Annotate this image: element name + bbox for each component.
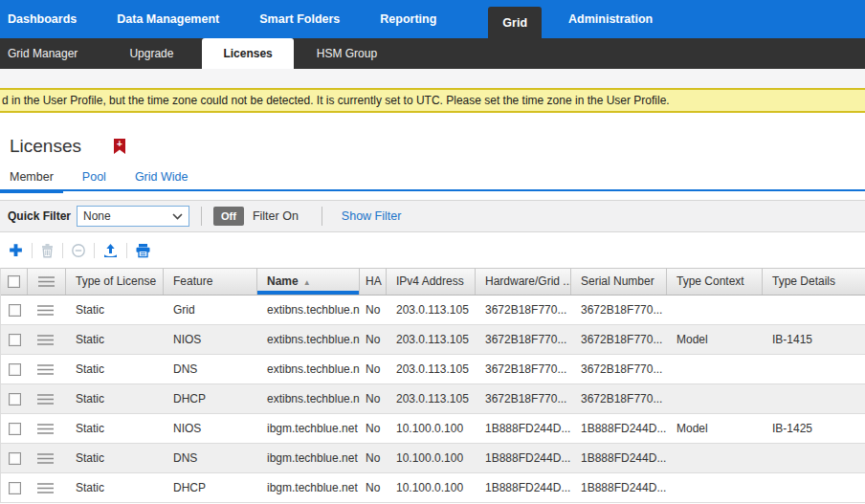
subnav-grid-manager[interactable]: Grid Manager — [0, 38, 91, 69]
cell-ipv4: 203.0.113.105 — [387, 355, 476, 383]
table-row[interactable]: Static DNS ibgm.techblue.net No 10.100.0… — [1, 444, 865, 473]
row-menu-icon[interactable] — [36, 452, 55, 465]
table-row[interactable]: Static NIOS extibns.techblue.net No 203.… — [1, 325, 865, 355]
cell-name: extibns.techblue.net — [257, 384, 360, 413]
disable-icon[interactable] — [71, 243, 86, 258]
row-checkbox[interactable] — [9, 452, 21, 465]
divider — [201, 207, 202, 226]
row-menu-icon[interactable] — [36, 363, 55, 376]
row-checkbox[interactable] — [9, 334, 21, 346]
row-checkbox-cell — [1, 473, 28, 502]
show-filter-link[interactable]: Show Filter — [342, 209, 402, 223]
divider — [126, 243, 127, 258]
table-row[interactable]: Static Grid extibns.techblue.net No 203.… — [1, 296, 865, 325]
cell-name: extibns.techblue.net — [257, 296, 360, 324]
cell-hardware: 3672B18F770... — [476, 355, 571, 383]
cell-serial: 1B888FD244D... — [571, 444, 667, 472]
row-checkbox[interactable] — [9, 363, 21, 376]
row-menu-cell — [28, 384, 66, 413]
nav-grid[interactable]: Grid — [488, 7, 542, 38]
filter-on-label: Filter On — [253, 209, 299, 223]
col-name[interactable]: Name▲ — [257, 269, 360, 295]
row-menu-cell — [28, 414, 66, 443]
col-ha[interactable]: HA — [360, 269, 387, 295]
nav-administration[interactable]: Administration — [555, 0, 666, 38]
cell-feature: Grid — [164, 296, 257, 324]
cell-type-context — [667, 444, 763, 472]
cell-type-context: Model — [667, 325, 763, 354]
row-menu-icon[interactable] — [36, 482, 55, 494]
row-menu-cell — [28, 325, 66, 354]
menu-icon — [37, 275, 55, 288]
col-ipv4-address[interactable]: IPv4 Address — [387, 269, 476, 295]
table-row[interactable]: Static DNS extibns.techblue.net No 203.0… — [1, 355, 865, 384]
sort-asc-icon: ▲ — [303, 278, 311, 287]
cell-ha: No — [360, 414, 387, 443]
row-menu-icon[interactable] — [36, 393, 55, 405]
nav-reporting[interactable]: Reporting — [366, 0, 450, 38]
cell-type-context — [667, 473, 763, 502]
export-icon[interactable] — [102, 243, 119, 258]
cell-type: Static — [66, 384, 164, 413]
select-all-checkbox[interactable] — [8, 275, 20, 288]
subnav-licenses[interactable]: Licenses — [202, 38, 293, 69]
col-feature[interactable]: Feature — [164, 269, 257, 295]
filter-toggle-button[interactable]: Off — [213, 207, 244, 226]
table-toolbar — [0, 232, 865, 268]
cell-ha: No — [360, 296, 387, 324]
col-type-of-license[interactable]: Type of License — [66, 269, 164, 295]
primary-nav: Dashboards Data Management Smart Folders… — [0, 0, 865, 38]
cell-type: Static — [66, 296, 164, 324]
cell-type-context — [667, 296, 763, 324]
cell-hardware: 3672B18F770... — [476, 384, 571, 413]
nav-dashboards[interactable]: Dashboards — [0, 0, 90, 38]
row-checkbox-cell — [1, 414, 28, 443]
quick-filter-value: None — [83, 209, 111, 223]
row-checkbox[interactable] — [9, 482, 21, 494]
cell-ha: No — [360, 444, 387, 472]
col-name-label: Name — [267, 274, 299, 288]
cell-type: Static — [66, 325, 164, 354]
cell-feature: DNS — [164, 444, 257, 472]
row-menu-icon[interactable] — [36, 423, 55, 435]
add-icon[interactable] — [8, 242, 24, 258]
tab-member[interactable]: Member — [0, 164, 63, 189]
col-serial-number[interactable]: Serial Number — [571, 269, 667, 295]
cell-ipv4: 10.100.0.100 — [387, 444, 476, 472]
tab-pool[interactable]: Pool — [73, 164, 116, 189]
cell-type-context — [667, 355, 763, 383]
col-hardware-grid-id[interactable]: Hardware/Grid ... — [476, 269, 571, 295]
col-type-context[interactable]: Type Context — [667, 269, 763, 295]
divider — [62, 243, 63, 258]
tab-grid-wide[interactable]: Grid Wide — [125, 164, 198, 189]
row-checkbox-cell — [1, 296, 28, 324]
quick-filter-select[interactable]: None — [77, 206, 189, 227]
cell-ipv4: 203.0.113.105 — [387, 384, 476, 413]
row-menu-icon[interactable] — [36, 304, 55, 317]
subnav-upgrade[interactable]: Upgrade — [116, 38, 187, 69]
nav-data-management[interactable]: Data Management — [103, 0, 233, 38]
cell-feature: DHCP — [164, 473, 257, 502]
sorted-column-bar — [257, 291, 359, 295]
subnav-hsm-group[interactable]: HSM Group — [303, 38, 390, 69]
table-row[interactable]: Static DHCP extibns.techblue.net No 203.… — [1, 384, 865, 414]
row-checkbox[interactable] — [9, 393, 21, 405]
delete-icon[interactable] — [40, 243, 55, 258]
row-checkbox[interactable] — [9, 304, 21, 317]
cell-feature: DHCP — [164, 384, 257, 413]
cell-type: Static — [66, 414, 164, 443]
row-menu-icon[interactable] — [36, 334, 55, 346]
cell-type: Static — [66, 355, 164, 383]
row-checkbox[interactable] — [9, 423, 21, 435]
bookmark-icon[interactable]: + — [114, 139, 125, 154]
table-row[interactable]: Static NIOS ibgm.techblue.net No 10.100.… — [1, 414, 865, 444]
col-type-details[interactable]: Type Details — [763, 269, 865, 295]
cell-ha: No — [360, 355, 387, 383]
nav-smart-folders[interactable]: Smart Folders — [246, 0, 353, 38]
cell-type-details — [763, 355, 865, 383]
page-title: Licenses — [10, 136, 81, 157]
table-row[interactable]: Static DHCP ibgm.techblue.net No 10.100.… — [1, 473, 865, 503]
print-icon[interactable] — [135, 243, 151, 258]
cell-type-details — [763, 444, 865, 472]
cell-hardware: 1B888FD244D... — [476, 414, 571, 443]
